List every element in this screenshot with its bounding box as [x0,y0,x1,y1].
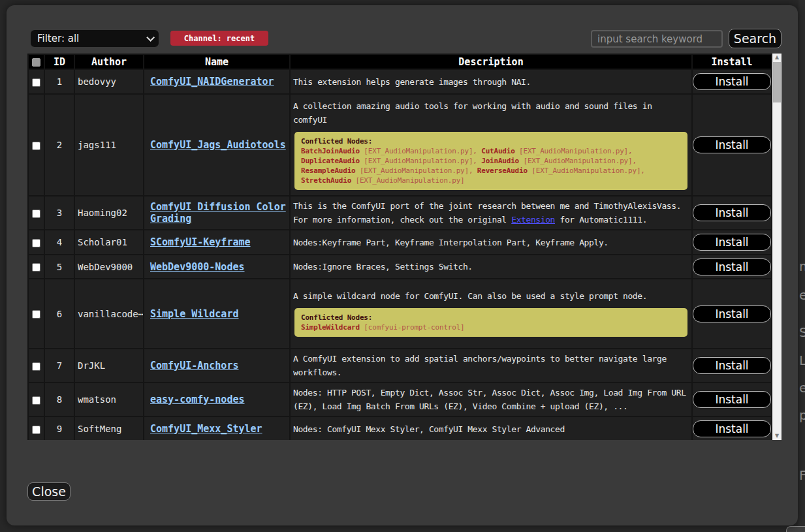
node-name-link[interactable]: ComfyUI Diffusion Color Grading [150,201,286,225]
conflict-source: [EXT_AudioManipulation.py], [360,166,473,175]
install-button[interactable]: Install [693,305,771,322]
row-author: DrJKL [75,349,143,382]
install-button[interactable]: Install [693,258,771,275]
install-button[interactable]: Install [693,357,771,374]
row-checkbox[interactable] [32,426,40,434]
row-author: Scholar01 [75,230,143,254]
conflict-source: [EXT_AudioManipulation.py], [523,157,636,165]
node-name-link[interactable]: ComfyUI_Jags_Audiotools [150,139,286,151]
install-button[interactable]: Install [693,234,771,251]
row-description: Nodes:Keyframe Part, Keyframe Interpolat… [291,230,691,254]
row-id: 9 [45,417,74,440]
table-row: 7 DrJKL ComfyUI-Anchors A ComfyUI extens… [29,349,771,382]
node-name-link[interactable]: Simple Wildcard [150,308,238,320]
row-author: jags111 [75,95,143,195]
row-author: WebDev9000 [75,255,143,278]
row-id: 1 [45,70,74,93]
chevron-down-icon [146,33,155,42]
conflict-source: [EXT_AudioManipulation.py], [531,166,644,175]
scrollbar-up-arrow-icon[interactable]: ▲ [772,54,781,61]
row-id: 3 [45,196,74,229]
bg-text-fragment: e [799,380,805,396]
table-row: 4 Scholar01 SComfyUI-Keyframe Nodes:Keyf… [29,230,771,254]
conflict-node: SimpleWildcard [301,323,360,332]
bg-text-fragment: m [799,258,805,274]
row-author: Haoming02 [75,196,143,229]
conflict-node: ResampleAudio [301,166,356,175]
filter-select-value: Filter: all [37,33,79,44]
extension-link[interactable]: Extension [511,215,555,225]
table-row: 2 jags111 ComfyUI_Jags_Audiotools A coll… [29,95,771,195]
table-row: 1 bedovyy ComfyUI_NAIDGenerator This ext… [29,70,771,93]
row-id: 6 [45,279,74,348]
bg-text-fragment: L [799,352,805,368]
row-checkbox[interactable] [32,396,40,405]
row-description: A simple wildcard node for ComfyUI. Can … [293,291,647,301]
row-checkbox[interactable] [32,78,40,87]
col-header-name: Name [144,55,289,69]
table-row: 5 WebDev9000 WebDev9000-Nodes Nodes:Igno… [29,255,771,278]
bg-text-fragment: p [799,407,805,423]
row-description: This is the ComfyUI port of the joint re… [291,196,691,229]
conflict-source: [comfyui-prompt-control] [364,323,464,332]
node-name-link[interactable]: ComfyUI_Mexx_Styler [150,423,262,435]
col-header-install: Install [693,55,771,69]
node-name-link[interactable]: WebDev9000-Nodes [150,261,245,273]
conflict-source: [EXT_AudioManipulation.py], [519,147,632,155]
scrollbar-thumb[interactable] [773,62,781,102]
conflict-node: StretchAudio [301,176,351,185]
background-button-peek [786,526,805,532]
install-button[interactable]: Install [693,204,771,221]
nodes-table-zone: ID Author Name Description Install 1 bed… [27,54,781,440]
table-row: 3 Haoming02 ComfyUI Diffusion Color Grad… [29,196,771,229]
install-custom-nodes-dialog: Filter: all Channel: recent Search ID Au… [7,5,798,525]
row-id: 2 [45,95,74,195]
node-name-link[interactable]: easy-comfy-nodes [150,394,245,405]
row-description: Nodes:Ignore Braces, Settings Switch. [291,255,691,278]
row-description: Nodes: HTTP POST, Empty Dict, Assoc Str,… [291,383,691,416]
row-checkbox[interactable] [32,210,40,218]
row-checkbox[interactable] [32,142,40,150]
table-row: 9 SoftMeng ComfyUI_Mexx_Styler Nodes: Co… [29,417,771,440]
conflict-node: BatchJoinAudio [301,147,360,155]
install-button[interactable]: Install [693,420,771,437]
row-author: SoftMeng [75,417,143,440]
channel-badge[interactable]: Channel: recent [170,31,268,46]
install-button[interactable]: Install [693,136,771,153]
close-button[interactable]: Close [27,482,71,501]
row-description: A ComfyUI extension to add spatial ancho… [291,349,691,382]
select-all-checkbox[interactable] [32,58,40,67]
background-page-edge: m e S L e p F [798,0,805,532]
search-button[interactable]: Search [729,29,781,48]
search-input[interactable] [591,30,723,48]
row-description: A collection amazing audio tools for wor… [293,101,652,125]
row-checkbox[interactable] [32,310,40,319]
row-id: 8 [45,383,74,416]
install-button[interactable]: Install [693,391,771,408]
row-checkbox[interactable] [32,362,40,371]
channel-badge-label: Channel: recent [184,34,255,43]
conflict-node: ReverseAudio [477,166,528,175]
row-id: 5 [45,255,74,278]
scrollbar-down-arrow-icon[interactable]: ▼ [772,432,781,440]
install-button[interactable]: Install [693,73,771,90]
table-row: 6 vanillacode⋯ Simple Wildcard A simple … [29,279,771,348]
node-name-link[interactable]: ComfyUI-Anchors [150,360,238,371]
row-id: 7 [45,349,74,382]
node-name-link[interactable]: SComfyUI-Keyframe [150,236,251,248]
nodes-table-viewport: ID Author Name Description Install 1 bed… [27,54,772,440]
bg-text-fragment: F [799,467,805,483]
table-header-row: ID Author Name Description Install [29,55,771,69]
col-header-description: Description [291,55,691,69]
row-id: 4 [45,230,74,254]
node-name-link[interactable]: ComfyUI_NAIDGenerator [150,76,274,87]
row-checkbox[interactable] [32,239,40,247]
conflict-source: [EXT_AudioManipulation.py], [364,157,477,165]
table-scrollbar[interactable]: ▲ ▼ [772,54,781,440]
filter-select[interactable]: Filter: all [31,30,159,47]
row-author: bedovyy [75,70,143,93]
conflict-source: [EXT_AudioManipulation.py] [356,176,465,185]
bg-text-fragment: S [799,324,805,340]
row-checkbox[interactable] [32,263,40,272]
conflict-node: CutAudio [481,147,514,155]
